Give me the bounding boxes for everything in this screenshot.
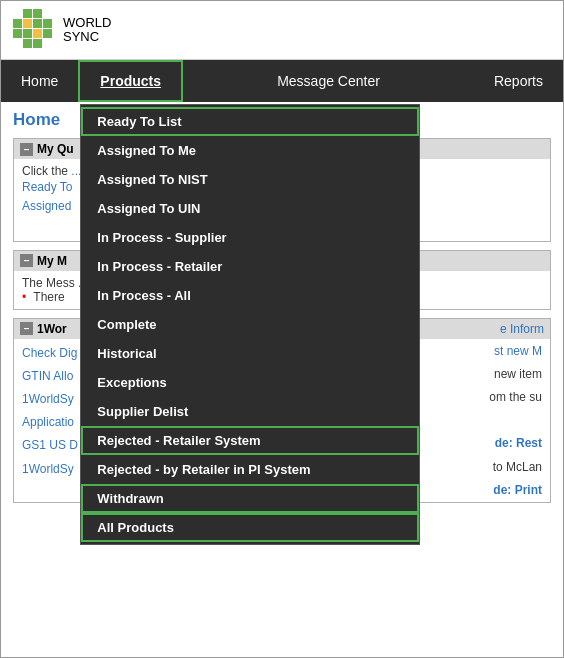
worldsync-right-7: de: Print (493, 483, 542, 497)
worldsync-title: 1Wor (37, 322, 67, 336)
dropdown-exceptions[interactable]: Exceptions (81, 368, 419, 397)
my-queue-title: My Qu (37, 142, 74, 156)
worldsync-right-1: st new M (494, 344, 542, 363)
worldsync-right-6: to McLan (493, 460, 542, 479)
dropdown-all-products[interactable]: All Products (81, 513, 419, 542)
worldsync-right-2: new item (494, 367, 542, 386)
my-queue-click-text: Click the (22, 164, 68, 178)
dropdown-supplier-delist[interactable]: Supplier Delist (81, 397, 419, 426)
nav-home[interactable]: Home (1, 60, 78, 102)
dropdown-assigned-to-me[interactable]: Assigned To Me (81, 136, 419, 165)
nav-reports[interactable]: Reports (474, 60, 563, 102)
products-dropdown: Ready To List Assigned To Me Assigned To… (80, 104, 420, 545)
dropdown-assigned-to-uin[interactable]: Assigned To UIN (81, 194, 419, 223)
my-queue-assigned[interactable]: Assigned (22, 197, 72, 216)
dropdown-rejected-pi[interactable]: Rejected - by Retailer in PI System (81, 455, 419, 484)
worldsync-collapse[interactable]: – (20, 322, 33, 335)
worldsync-link-1[interactable]: Check Dig (22, 344, 77, 363)
logo-icon (13, 9, 55, 51)
logo-bar: WORLD SYNC (1, 1, 563, 60)
worldsync-inform: e Inform (500, 322, 544, 336)
my-messages-there: There (33, 290, 64, 304)
my-messages-collapse[interactable]: – (20, 254, 33, 267)
dropdown-menu: Ready To List Assigned To Me Assigned To… (80, 104, 420, 545)
dropdown-rejected-retailer[interactable]: Rejected - Retailer System (81, 426, 419, 455)
worldsync-right-3: om the su (489, 390, 542, 409)
dropdown-ready-to-list[interactable]: Ready To List (81, 107, 419, 136)
nav-products[interactable]: Products Ready To List Assigned To Me As… (78, 60, 183, 102)
my-messages-title: My M (37, 254, 67, 268)
bullet-icon: • (22, 290, 26, 304)
worldsync-right-5: de: Rest (495, 436, 542, 455)
nav-bar: Home Products Ready To List Assigned To … (1, 60, 563, 102)
logo-sync: SYNC (63, 30, 111, 44)
dropdown-complete[interactable]: Complete (81, 310, 419, 339)
worldsync-link-3[interactable]: 1WorldSy (22, 390, 74, 409)
worldsync-link-4[interactable]: Applicatio (22, 413, 74, 432)
logo-world: WORLD (63, 16, 111, 30)
nav-message-center[interactable]: Message Center (183, 60, 474, 102)
worldsync-link-2[interactable]: GTIN Allo (22, 367, 73, 386)
dropdown-in-process-supplier[interactable]: In Process - Supplier (81, 223, 419, 252)
my-queue-ready-to[interactable]: Ready To (22, 178, 72, 197)
dropdown-assigned-to-nist[interactable]: Assigned To NIST (81, 165, 419, 194)
worldsync-link-6[interactable]: 1WorldSy (22, 460, 74, 479)
worldsync-link-5[interactable]: GS1 US D (22, 436, 78, 455)
my-queue-collapse[interactable]: – (20, 143, 33, 156)
my-messages-text: The Mess (22, 276, 75, 290)
dropdown-in-process-retailer[interactable]: In Process - Retailer (81, 252, 419, 281)
dropdown-historical[interactable]: Historical (81, 339, 419, 368)
dropdown-withdrawn[interactable]: Withdrawn (81, 484, 419, 513)
logo-text: WORLD SYNC (63, 16, 111, 45)
dropdown-in-process-all[interactable]: In Process - All (81, 281, 419, 310)
